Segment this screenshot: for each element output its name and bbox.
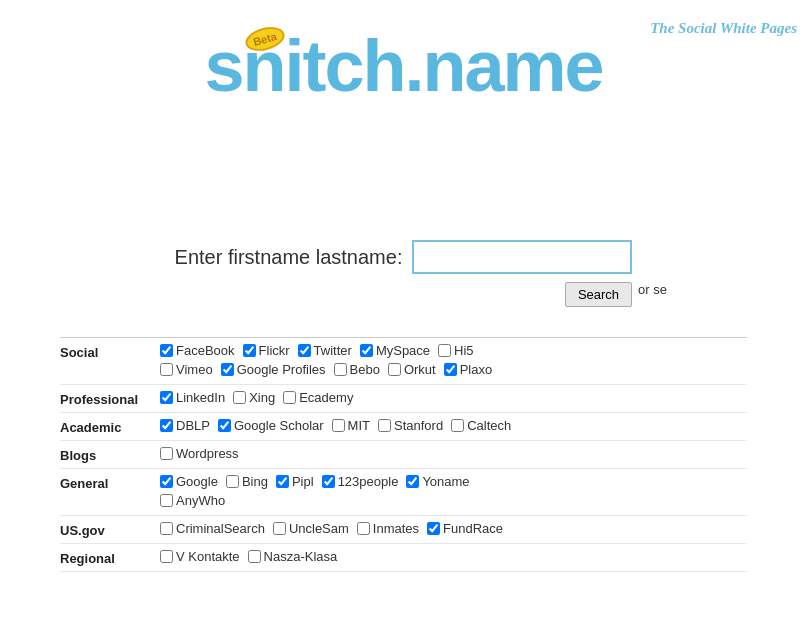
- category-label: Academic: [60, 418, 160, 435]
- item-checkbox[interactable]: [357, 522, 370, 535]
- category-label: General: [60, 474, 160, 491]
- item-checkbox[interactable]: [427, 522, 440, 535]
- item-label[interactable]: Caltech: [467, 418, 511, 433]
- list-item: Vimeo: [160, 362, 213, 377]
- item-label[interactable]: Wordpress: [176, 446, 239, 461]
- category-items: DBLPGoogle ScholarMITStanfordCaltech: [160, 418, 511, 435]
- list-item: Google: [160, 474, 218, 489]
- item-checkbox[interactable]: [243, 344, 256, 357]
- item-checkbox[interactable]: [406, 475, 419, 488]
- item-label[interactable]: Flickr: [259, 343, 290, 358]
- item-checkbox[interactable]: [388, 363, 401, 376]
- tagline: The Social White Pages: [650, 20, 797, 37]
- item-checkbox[interactable]: [334, 363, 347, 376]
- list-item: Yoname: [406, 474, 469, 489]
- category-row: RegionalV KontakteNasza-Klasa: [60, 544, 747, 572]
- item-checkbox[interactable]: [221, 363, 234, 376]
- item-label[interactable]: Stanford: [394, 418, 443, 433]
- list-item: Google Scholar: [218, 418, 324, 433]
- item-label[interactable]: Inmates: [373, 521, 419, 536]
- category-items: GoogleBingPipl123peopleYonameAnyWho: [160, 474, 470, 510]
- item-label[interactable]: Ecademy: [299, 390, 353, 405]
- item-label[interactable]: Xing: [249, 390, 275, 405]
- item-label[interactable]: 123people: [338, 474, 399, 489]
- item-label[interactable]: CriminalSearch: [176, 521, 265, 536]
- item-checkbox[interactable]: [233, 391, 246, 404]
- header: The Social White Pages Beta snitch.name …: [0, 0, 807, 220]
- search-button[interactable]: Search: [565, 282, 632, 307]
- item-label[interactable]: Vimeo: [176, 362, 213, 377]
- list-item: FundRace: [427, 521, 503, 536]
- item-checkbox[interactable]: [360, 344, 373, 357]
- list-item: Wordpress: [160, 446, 239, 461]
- item-label[interactable]: Bing: [242, 474, 268, 489]
- item-checkbox[interactable]: [160, 391, 173, 404]
- item-label[interactable]: Plaxo: [460, 362, 493, 377]
- item-checkbox[interactable]: [438, 344, 451, 357]
- item-checkbox[interactable]: [160, 550, 173, 563]
- search-input[interactable]: [412, 240, 632, 274]
- item-label[interactable]: DBLP: [176, 418, 210, 433]
- item-label[interactable]: LinkedIn: [176, 390, 225, 405]
- item-checkbox[interactable]: [298, 344, 311, 357]
- item-checkbox[interactable]: [226, 475, 239, 488]
- item-label[interactable]: AnyWho: [176, 493, 225, 508]
- item-label[interactable]: Google Profiles: [237, 362, 326, 377]
- list-item: FaceBook: [160, 343, 235, 358]
- search-label: Enter firstname lastname:: [175, 246, 403, 269]
- item-label[interactable]: MIT: [348, 418, 370, 433]
- item-checkbox[interactable]: [378, 419, 391, 432]
- item-checkbox[interactable]: [444, 363, 457, 376]
- item-checkbox[interactable]: [332, 419, 345, 432]
- item-label[interactable]: Nasza-Klasa: [264, 549, 338, 564]
- item-checkbox[interactable]: [218, 419, 231, 432]
- category-items: Wordpress: [160, 446, 239, 463]
- list-item: AnyWho: [160, 493, 225, 508]
- item-label[interactable]: Hi5: [454, 343, 474, 358]
- item-checkbox[interactable]: [283, 391, 296, 404]
- item-label[interactable]: Orkut: [404, 362, 436, 377]
- list-item: Bebo: [334, 362, 380, 377]
- item-checkbox[interactable]: [160, 494, 173, 507]
- item-checkbox[interactable]: [322, 475, 335, 488]
- item-label[interactable]: Google: [176, 474, 218, 489]
- category-row: ProfessionalLinkedInXingEcademy: [60, 385, 747, 413]
- item-checkbox[interactable]: [160, 419, 173, 432]
- item-checkbox[interactable]: [273, 522, 286, 535]
- list-item: Google Profiles: [221, 362, 326, 377]
- item-checkbox[interactable]: [160, 522, 173, 535]
- list-item: DBLP: [160, 418, 210, 433]
- item-label[interactable]: Twitter: [314, 343, 352, 358]
- item-checkbox[interactable]: [248, 550, 261, 563]
- item-checkbox[interactable]: [160, 344, 173, 357]
- item-label[interactable]: MySpace: [376, 343, 430, 358]
- item-label[interactable]: UncleSam: [289, 521, 349, 536]
- item-checkbox[interactable]: [451, 419, 464, 432]
- list-item: LinkedIn: [160, 390, 225, 405]
- item-label[interactable]: V Kontakte: [176, 549, 240, 564]
- category-label: Professional: [60, 390, 160, 407]
- item-label[interactable]: FaceBook: [176, 343, 235, 358]
- logo-reflection: snitch.name: [0, 102, 807, 167]
- list-item: UncleSam: [273, 521, 349, 536]
- item-checkbox[interactable]: [160, 475, 173, 488]
- category-row: BlogsWordpress: [60, 441, 747, 469]
- list-item: CriminalSearch: [160, 521, 265, 536]
- logo-main: snitch.name: [0, 30, 807, 102]
- list-item: Plaxo: [444, 362, 493, 377]
- item-checkbox[interactable]: [160, 447, 173, 460]
- list-item: Bing: [226, 474, 268, 489]
- item-label[interactable]: Bebo: [350, 362, 380, 377]
- item-checkbox[interactable]: [160, 363, 173, 376]
- item-label[interactable]: Google Scholar: [234, 418, 324, 433]
- category-items: CriminalSearchUncleSamInmatesFundRace: [160, 521, 503, 538]
- item-label[interactable]: Pipl: [292, 474, 314, 489]
- category-items: LinkedInXingEcademy: [160, 390, 353, 407]
- category-label: Regional: [60, 549, 160, 566]
- item-label[interactable]: FundRace: [443, 521, 503, 536]
- item-checkbox[interactable]: [276, 475, 289, 488]
- or-search-text: or se: [638, 282, 667, 307]
- item-label[interactable]: Yoname: [422, 474, 469, 489]
- search-area: Enter firstname lastname: Search or se: [0, 230, 807, 317]
- list-item: Orkut: [388, 362, 436, 377]
